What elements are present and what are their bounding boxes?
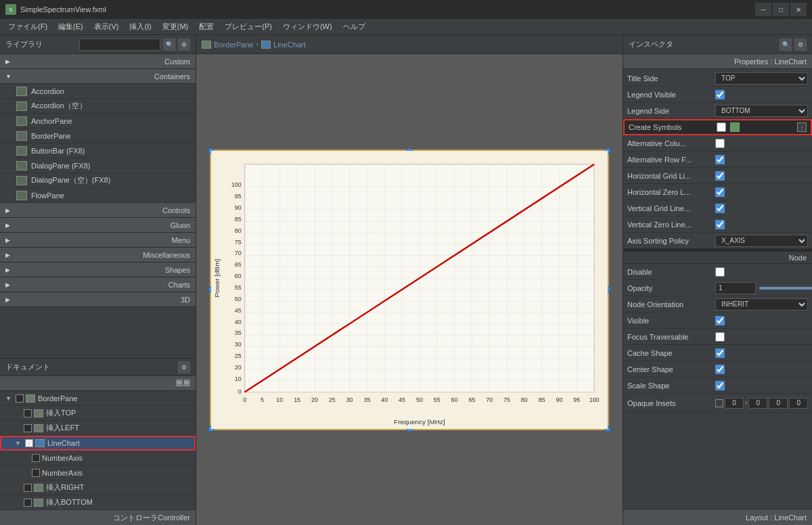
borderpane-toggle[interactable]: ▼: [5, 395, 14, 402]
prop-horiz-zero-checkbox[interactable]: [715, 187, 725, 197]
node-section-label: Node: [789, 254, 807, 262]
opaque-insets-top[interactable]: [725, 398, 744, 409]
borderpane-checkbox[interactable]: [16, 394, 24, 403]
section-misc[interactable]: ▶ Miscellaneous: [0, 248, 196, 262]
menu-preview[interactable]: プレビュー(P): [219, 20, 277, 33]
prop-vert-zero-checkbox[interactable]: [715, 220, 725, 229]
prop-opacity-slider[interactable]: [759, 287, 812, 290]
list-item[interactable]: ButtonBar (FX8): [0, 143, 196, 158]
list-item[interactable]: Accordion（空）: [0, 99, 196, 114]
prop-legend-visible-checkbox[interactable]: [715, 90, 725, 99]
svg-text:55: 55: [434, 396, 441, 403]
insert-right-label: 挿入RIGHT: [46, 482, 84, 493]
breadcrumb-borderpane[interactable]: BorderPane: [214, 41, 254, 49]
section-gluon[interactable]: ▶ Gluon: [0, 218, 196, 233]
prop-visible-checkbox[interactable]: [715, 316, 725, 325]
svg-text:30: 30: [235, 341, 242, 348]
section-shapes[interactable]: ▶ Shapes: [0, 262, 196, 277]
prop-scale-shape-checkbox[interactable]: [715, 381, 725, 390]
tree-item-linechart[interactable]: ▼ ✓ LineChart: [0, 436, 196, 451]
list-item[interactable]: FlowPane: [0, 188, 196, 203]
linechart-checkbox[interactable]: ✓: [25, 439, 33, 447]
main-layout: ライブラリ 🔍 ⚙ ▶ Custom ▼ Containers Accordio…: [0, 35, 812, 525]
svg-text:85: 85: [539, 396, 545, 403]
opaque-insets-right[interactable]: [748, 398, 767, 409]
prop-vert-grid-checkbox[interactable]: [715, 204, 725, 213]
create-symbols-options[interactable]: ⋮: [797, 122, 807, 132]
prop-alternative-col-checkbox[interactable]: [715, 139, 725, 148]
document-add-button[interactable]: ⚙: [178, 361, 190, 373]
anchorpane-label: AnchorPane: [31, 117, 72, 125]
svg-text:70: 70: [235, 250, 242, 256]
inspector-search: 🔍 ⚙: [780, 39, 807, 51]
inspector-search-button[interactable]: 🔍: [780, 39, 792, 51]
opaque-insets-bottom[interactable]: [769, 398, 788, 409]
prop-title-side-dropdown[interactable]: TOP: [715, 72, 808, 85]
library-search-input[interactable]: [79, 39, 160, 51]
breadcrumb-linechart[interactable]: LineChart: [273, 41, 306, 49]
maximize-button[interactable]: □: [773, 3, 789, 16]
tree-item-numberaxis-2[interactable]: NumberAxis: [0, 465, 196, 480]
prop-node-orientation-label: Node Orientation: [627, 300, 715, 309]
library-search-button[interactable]: 🔍: [163, 39, 175, 51]
list-item[interactable]: AnchorPane: [0, 114, 196, 129]
canvas-area[interactable]: 0 10 20 25 30 35 40 45 50 55 60 65 70 75…: [196, 54, 623, 525]
prop-center-shape-checkbox[interactable]: [715, 365, 725, 374]
menu-arrange[interactable]: 配置: [194, 20, 219, 33]
section-menu[interactable]: ▶ Menu: [0, 233, 196, 248]
tree-item-insert-bottom[interactable]: 挿入BOTTOM: [0, 495, 196, 510]
section-3d[interactable]: ▶ 3D: [0, 292, 196, 307]
list-item[interactable]: Accordion: [0, 84, 196, 99]
tree-item-insert-right[interactable]: 挿入RIGHT: [0, 480, 196, 495]
prop-axis-sorting-dropdown[interactable]: X_AXIS: [715, 235, 808, 247]
prop-center-shape-control: [715, 365, 808, 374]
svg-text:35: 35: [235, 329, 242, 336]
prop-cache-shape-checkbox[interactable]: [715, 348, 725, 358]
numberaxis2-checkbox[interactable]: [32, 469, 40, 477]
tree-item-insert-left[interactable]: 挿入LEFT: [0, 421, 196, 436]
insert-left-checkbox[interactable]: [24, 424, 32, 432]
prop-focus-traversable-checkbox[interactable]: [715, 332, 725, 342]
opaque-insets-left[interactable]: [789, 398, 808, 409]
minimize-button[interactable]: ─: [755, 3, 771, 16]
menu-view[interactable]: 表示(V): [89, 20, 125, 33]
library-settings-button[interactable]: ⚙: [178, 39, 190, 51]
menu-insert[interactable]: 挿入(I): [124, 20, 156, 33]
section-custom[interactable]: ▶ Custom: [0, 54, 196, 69]
menu-help[interactable]: ヘルプ: [338, 20, 371, 33]
list-item[interactable]: DialogPane (FX8): [0, 158, 196, 173]
inspector-settings-button[interactable]: ⚙: [794, 39, 807, 51]
tree-item-numberaxis-1[interactable]: NumberAxis: [0, 451, 196, 465]
create-symbols-color-swatch[interactable]: [730, 122, 740, 132]
tree-item-insert-top[interactable]: 挿入TOP: [0, 406, 196, 421]
close-button[interactable]: ✕: [790, 3, 807, 16]
menu-file[interactable]: ファイル(F): [3, 20, 53, 33]
menu-window[interactable]: ウィンドウ(W): [277, 20, 338, 33]
prop-title-side: Title Side TOP: [623, 70, 812, 87]
section-controls[interactable]: ▶ Controls: [0, 203, 196, 218]
insert-bottom-checkbox[interactable]: [24, 499, 32, 507]
prop-alternative-row-checkbox[interactable]: [715, 155, 725, 164]
list-item[interactable]: BorderPane: [0, 129, 196, 143]
section-containers[interactable]: ▼ Containers: [0, 69, 196, 84]
insert-right-checkbox[interactable]: [24, 484, 32, 492]
tree-item-borderpane[interactable]: ▼ BorderPane: [0, 391, 196, 406]
prop-opacity-input[interactable]: [715, 282, 756, 294]
prop-horiz-grid-checkbox[interactable]: [715, 171, 725, 181]
prop-disable-checkbox[interactable]: [715, 267, 725, 277]
opaque-insets-link[interactable]: [715, 399, 723, 407]
menu-edit[interactable]: 編集(E): [53, 20, 89, 33]
numberaxis1-checkbox[interactable]: [32, 454, 40, 462]
list-item[interactable]: DialogPane（空）(FX8): [0, 173, 196, 188]
section-charts[interactable]: ▶ Charts: [0, 277, 196, 292]
prop-focus-traversable-control: [715, 332, 808, 342]
prop-legend-side-dropdown[interactable]: BOTTOM: [715, 105, 808, 117]
chart-container[interactable]: 0 10 20 25 30 35 40 45 50 55 60 65 70 75…: [210, 150, 609, 430]
linechart-toggle[interactable]: ▼: [15, 440, 23, 447]
insert-top-checkbox[interactable]: [24, 409, 32, 417]
prop-alternative-row: Alternative Row F...: [623, 152, 812, 168]
prop-horiz-zero: Horizontal Zero L...: [623, 184, 812, 200]
prop-node-orientation-dropdown[interactable]: INHERIT: [715, 298, 808, 311]
menu-modify[interactable]: 変更(M): [157, 20, 194, 33]
prop-create-symbols-checkbox[interactable]: [717, 122, 726, 132]
